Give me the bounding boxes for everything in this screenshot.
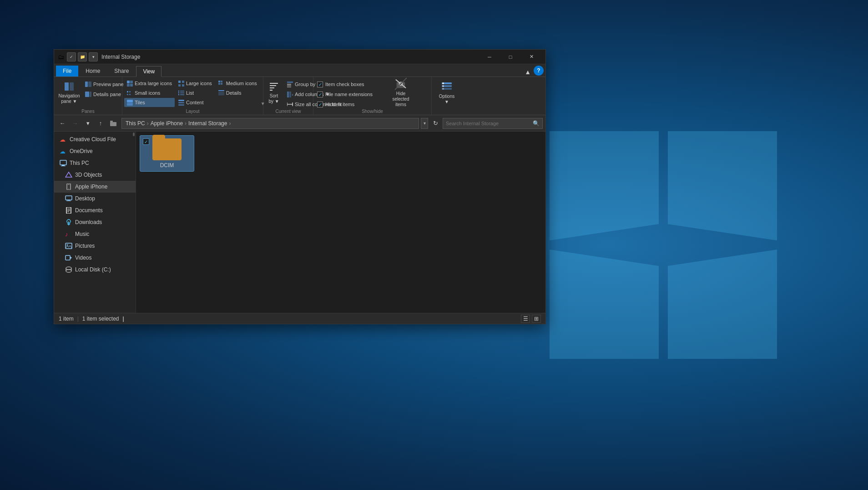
up-button[interactable]: ↑	[95, 118, 106, 129]
refresh-button[interactable]: ↻	[430, 118, 441, 129]
navigation-pane-label: Navigation pane ▼	[58, 93, 80, 104]
options-button[interactable]: Options▼	[435, 79, 458, 106]
large-icons-icon	[178, 81, 184, 87]
sidebar-item-desktop[interactable]: Desktop	[54, 193, 136, 204]
quick-access-btn-1[interactable]: ✓	[67, 52, 76, 61]
svg-rect-66	[60, 160, 66, 165]
breadcrumb-sep-1: ›	[147, 120, 149, 127]
minimize-button[interactable]: ─	[479, 50, 500, 64]
forward-button[interactable]: →	[70, 118, 81, 129]
close-button[interactable]: ✕	[521, 50, 542, 64]
file-name-extensions-checkbox[interactable]: ✓	[317, 92, 323, 97]
explorer-window: 🗂 ✓ 📁 ▾ Internal Storage ─ □ ✕ File Home…	[54, 49, 546, 324]
dcim-label: DCIM	[160, 162, 174, 168]
sidebar-item-downloads[interactable]: Downloads	[54, 216, 136, 228]
sidebar-item-onedrive[interactable]: ☁ OneDrive	[54, 145, 136, 157]
medium-icons-icon	[218, 81, 224, 87]
tiles-button[interactable]: Tiles	[124, 98, 175, 107]
quick-access-btn-2[interactable]: 📁	[78, 52, 87, 61]
selected-count: 1 item selected	[82, 316, 119, 322]
svg-rect-31	[218, 83, 220, 85]
svg-rect-71	[68, 184, 70, 185]
file-name-extensions-toggle[interactable]: ✓ File name extensions	[316, 90, 387, 99]
file-item-checkbox[interactable]: ✓	[143, 138, 149, 145]
breadcrumb-iphone[interactable]: Apple iPhone	[151, 120, 183, 127]
details-pane-button[interactable]: Details pane	[82, 90, 126, 99]
search-box[interactable]: 🔍	[443, 118, 543, 129]
search-icon[interactable]: 🔍	[533, 120, 540, 127]
svg-rect-46	[287, 92, 289, 97]
tab-home[interactable]: Home	[79, 66, 107, 77]
svg-rect-38	[270, 83, 278, 84]
creative-cloud-icon: ☁	[60, 136, 67, 143]
svg-rect-21	[180, 91, 184, 92]
tab-share[interactable]: Share	[107, 66, 136, 77]
maximize-button[interactable]: □	[500, 50, 521, 64]
details-view-button[interactable]: ☰	[521, 315, 530, 323]
addressbar: ← → ▾ ↑ This PC › Apple iPhone › Interna…	[54, 115, 545, 132]
list-button[interactable]: List	[176, 88, 215, 97]
item-checkboxes-toggle[interactable]: ✓ Item check boxes	[316, 80, 387, 89]
window-controls: ─ □ ✕	[479, 50, 542, 64]
tiles-icon	[127, 100, 133, 106]
sidebar-item-apple-iphone[interactable]: Apple iPhone	[54, 181, 136, 193]
extra-large-icons-button[interactable]: Extra large icons	[124, 79, 175, 88]
hide-selected-items-button[interactable]: Hide selecteditems	[389, 79, 412, 106]
tab-file[interactable]: File	[56, 66, 78, 77]
file-item-dcim[interactable]: ✓ DCIM	[140, 135, 194, 172]
svg-rect-44	[287, 85, 291, 86]
svg-rect-28	[178, 104, 184, 106]
svg-rect-73	[66, 196, 72, 200]
small-icons-button[interactable]: Small icons	[124, 88, 175, 97]
svg-rect-1	[70, 82, 74, 91]
navigation-pane-button[interactable]: Navigation pane ▼	[58, 79, 81, 106]
back-button[interactable]: ←	[57, 118, 68, 129]
sidebar-item-this-pc[interactable]: This PC	[54, 157, 136, 169]
hide-selected-label: Hide selecteditems	[389, 91, 412, 107]
ribbon-group-options: Options▼	[432, 77, 464, 115]
content-button[interactable]: Content	[176, 98, 215, 107]
hidden-items-checkbox[interactable]: ✓	[317, 102, 323, 107]
breadcrumb[interactable]: This PC › Apple iPhone › Internal Storag…	[121, 118, 419, 129]
quick-access-dropdown[interactable]: ▾	[89, 52, 98, 61]
svg-rect-45	[287, 87, 291, 87]
ribbon-collapse-btn[interactable]: ▲	[522, 68, 534, 76]
large-view-button[interactable]: ⊞	[532, 315, 541, 323]
music-label: Music	[75, 231, 89, 237]
breadcrumb-thispc[interactable]: This PC	[126, 120, 145, 127]
navigation-pane-icon	[63, 81, 75, 92]
sidebar-item-3d-objects[interactable]: 3D Objects	[54, 169, 136, 181]
svg-rect-17	[182, 81, 184, 83]
breadcrumb-storage[interactable]: Internal Storage	[188, 120, 227, 127]
sort-by-button[interactable]: Sortby ▼	[266, 79, 282, 106]
tab-view[interactable]: View	[136, 66, 161, 77]
large-icons-button[interactable]: Large icons	[176, 79, 215, 88]
svg-rect-23	[180, 92, 184, 93]
sidebar-item-pictures[interactable]: Pictures	[54, 240, 136, 252]
help-button[interactable]: ?	[534, 66, 544, 76]
search-input[interactable]	[446, 121, 531, 126]
svg-rect-11	[129, 91, 131, 92]
svg-rect-4	[85, 92, 89, 97]
sidebar-item-videos[interactable]: Videos	[54, 252, 136, 264]
svg-rect-67	[62, 165, 65, 166]
svg-rect-15	[127, 103, 133, 106]
svg-rect-74	[67, 200, 70, 201]
preview-pane-button[interactable]: Preview pane	[82, 80, 126, 89]
documents-label: Documents	[75, 207, 103, 214]
svg-text:☁: ☁	[60, 136, 66, 143]
sidebar: ☁ Creative Cloud File ☁ OneDrive This PC	[54, 132, 136, 313]
sidebar-item-documents[interactable]: Documents	[54, 204, 136, 216]
breadcrumb-dropdown-button[interactable]: ▾	[421, 118, 428, 129]
sidebar-item-local-disk[interactable]: Local Disk (C:)	[54, 264, 136, 276]
item-checkboxes-checkbox[interactable]: ✓	[317, 82, 323, 87]
hidden-items-toggle[interactable]: ✓ Hidden items	[316, 100, 387, 109]
svg-rect-36	[218, 94, 224, 94]
sidebar-item-music[interactable]: ♪ Music	[54, 228, 136, 240]
sidebar-item-creative-cloud[interactable]: ☁ Creative Cloud File	[54, 133, 136, 145]
details-button[interactable]: Details	[216, 88, 260, 97]
local-disk-label: Local Disk (C:)	[75, 266, 111, 273]
group-by-icon	[287, 82, 293, 87]
medium-icons-button[interactable]: Medium icons	[216, 79, 260, 88]
recent-locations-button[interactable]: ▾	[82, 118, 93, 129]
